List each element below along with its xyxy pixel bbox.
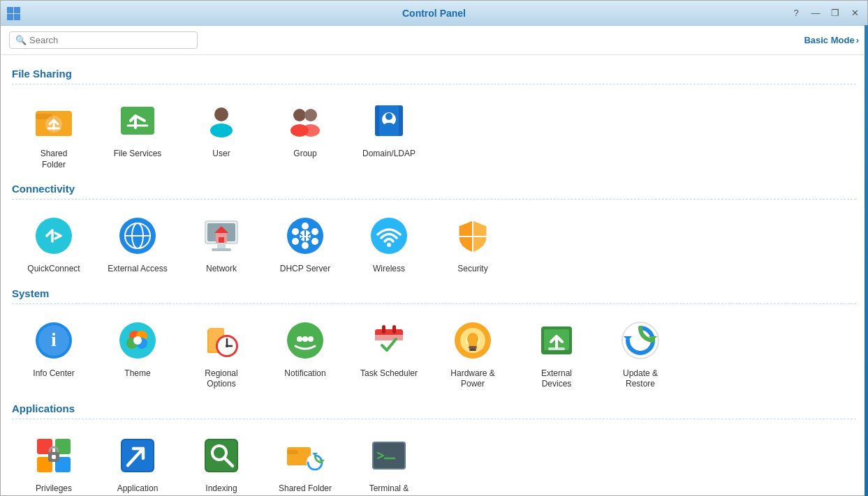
item-security[interactable]: Security	[431, 206, 515, 282]
item-label: Hardware &Power	[450, 368, 494, 390]
item-notification[interactable]: Notification	[263, 311, 347, 397]
svg-point-11	[293, 109, 306, 121]
item-label: Network	[206, 264, 237, 275]
item-info-center[interactable]: i Info Center	[12, 311, 96, 397]
svg-rect-102	[287, 450, 298, 454]
search-input[interactable]	[29, 35, 183, 45]
section-title-file-sharing: File Sharing	[12, 68, 856, 80]
svg-point-35	[302, 223, 309, 230]
item-label: ExternalDevices	[541, 368, 572, 390]
item-label: External Access	[108, 264, 167, 275]
item-application-portal[interactable]: ApplicationPortal	[96, 426, 179, 495]
item-label: Wireless	[373, 264, 405, 275]
svg-rect-75	[382, 325, 385, 333]
svg-rect-76	[392, 325, 396, 333]
item-file-services[interactable]: File Services	[96, 91, 179, 177]
item-label: SharedFolder	[41, 149, 68, 170]
item-label: DHCP Server	[280, 264, 330, 275]
item-shared-folder-sync[interactable]: Shared FolderSync	[263, 426, 347, 495]
item-hardware-power[interactable]: Hardware &Power	[431, 311, 515, 397]
svg-rect-0	[7, 7, 13, 13]
window-controls: ? — ❐ ✕	[789, 8, 862, 18]
item-terminal-snmp[interactable]: Terminal &SNMP	[347, 426, 431, 495]
section-title-connectivity: Connectivity	[12, 183, 856, 195]
item-label: File Services	[114, 149, 162, 160]
item-label: IndexingService	[205, 483, 237, 495]
item-regional-options[interactable]: RegionalOptions	[179, 311, 263, 397]
search-box[interactable]: 🔍	[9, 31, 198, 49]
help-button[interactable]: ?	[789, 8, 803, 18]
svg-point-39	[292, 238, 299, 245]
section-title-system: System	[12, 287, 856, 299]
item-quickconnect[interactable]: QuickConnect	[12, 206, 96, 282]
item-task-scheduler[interactable]: Task Scheduler	[347, 311, 431, 397]
item-label: Info Center	[33, 368, 74, 379]
item-group[interactable]: Group	[263, 91, 347, 177]
svg-rect-80	[469, 346, 477, 349]
item-network[interactable]: Network	[179, 206, 263, 282]
svg-point-20	[36, 218, 72, 254]
basic-mode-link[interactable]: Basic Mode ›	[804, 35, 859, 45]
file-sharing-grid: SharedFolder File Services	[12, 91, 856, 177]
item-label: Domain/LDAP	[362, 149, 415, 160]
svg-point-37	[311, 238, 318, 245]
svg-rect-107	[374, 443, 404, 468]
item-indexing-service[interactable]: IndexingService	[179, 426, 263, 495]
item-label: Privileges	[36, 483, 72, 495]
item-theme[interactable]: Theme	[96, 311, 179, 397]
connectivity-grid: QuickConnect External Access	[12, 206, 856, 282]
svg-rect-28	[217, 244, 226, 248]
item-shared-folder[interactable]: SharedFolder	[12, 91, 96, 177]
item-label: RegionalOptions	[205, 368, 237, 390]
svg-point-69	[302, 336, 308, 342]
svg-rect-29	[212, 248, 231, 251]
svg-rect-84	[548, 347, 565, 350]
svg-point-14	[302, 124, 320, 137]
svg-point-70	[308, 336, 314, 342]
svg-point-10	[210, 123, 233, 137]
section-title-applications: Applications	[12, 403, 856, 414]
svg-point-13	[304, 109, 317, 121]
svg-rect-2	[7, 14, 13, 20]
svg-rect-8	[121, 107, 154, 135]
right-accent-bar	[865, 25, 868, 496]
item-domain-ldap[interactable]: Domain/LDAP	[347, 91, 431, 177]
svg-rect-93	[52, 455, 56, 459]
item-label: User	[212, 149, 230, 160]
svg-point-18	[385, 113, 392, 120]
item-label: Group	[293, 149, 316, 160]
applications-grid: Privileges ApplicationPortal	[12, 426, 856, 495]
svg-rect-81	[469, 349, 476, 351]
system-grid: i Info Center Theme	[12, 311, 856, 397]
item-label: Task Scheduler	[360, 368, 418, 379]
toolbar: 🔍 Basic Mode ›	[1, 26, 867, 55]
item-update-restore[interactable]: Update &Restore	[598, 311, 682, 397]
maximize-button[interactable]: ❐	[828, 8, 842, 18]
item-external-access[interactable]: External Access	[96, 206, 179, 282]
window-title: Control Panel	[402, 8, 466, 19]
item-privileges[interactable]: Privileges	[12, 426, 96, 495]
svg-rect-32	[219, 237, 224, 243]
item-user[interactable]: User	[179, 91, 263, 177]
item-label: QuickConnect	[27, 264, 80, 275]
item-label: Terminal &SNMP	[369, 483, 409, 495]
item-label: Security	[457, 264, 487, 275]
item-dhcp-server[interactable]: DHCP Server	[263, 206, 347, 282]
svg-rect-74	[375, 335, 403, 340]
item-wireless[interactable]: Wireless	[347, 206, 431, 282]
item-external-devices[interactable]: ExternalDevices	[515, 311, 598, 397]
svg-point-36	[311, 228, 318, 235]
svg-rect-1	[14, 7, 20, 13]
app-icon	[6, 6, 20, 20]
svg-point-68	[297, 336, 302, 342]
svg-point-9	[214, 107, 228, 121]
svg-text:i: i	[51, 329, 57, 350]
item-label: ApplicationPortal	[117, 483, 159, 495]
svg-point-38	[302, 242, 309, 249]
search-icon: 🔍	[15, 35, 27, 45]
main-content: File Sharing SharedFolder	[1, 55, 867, 495]
minimize-button[interactable]: —	[809, 8, 823, 18]
title-bar: Control Panel ? — ❐ ✕	[1, 1, 867, 26]
svg-point-47	[371, 218, 407, 254]
close-button[interactable]: ✕	[848, 8, 862, 18]
